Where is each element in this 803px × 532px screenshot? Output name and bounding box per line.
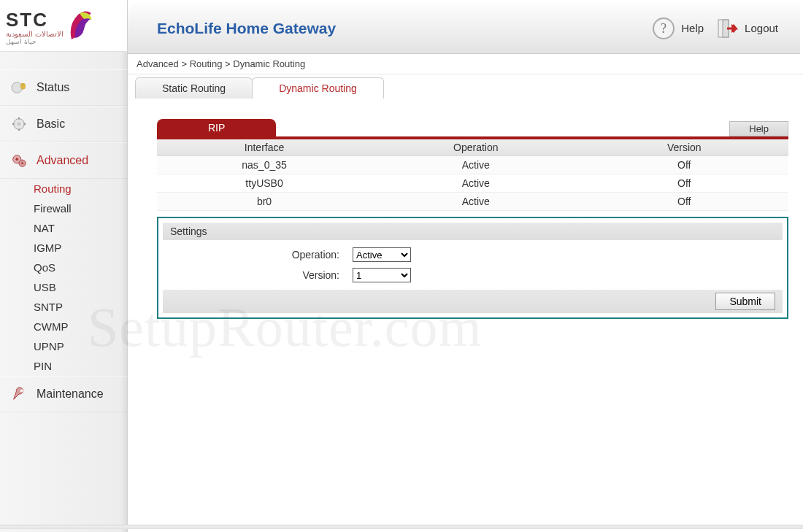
subnav-sntp[interactable]: SNTP bbox=[34, 297, 127, 317]
table-row[interactable]: br0 Active Off bbox=[157, 193, 788, 211]
logout-icon bbox=[715, 17, 739, 40]
col-operation: Operation bbox=[372, 139, 580, 156]
cell-version: Off bbox=[580, 174, 788, 193]
logout-button[interactable]: Logout bbox=[715, 17, 778, 40]
svg-text:?: ? bbox=[661, 21, 666, 36]
table-row[interactable]: nas_0_35 Active Off bbox=[157, 156, 788, 174]
operation-select[interactable]: Active bbox=[353, 247, 411, 262]
tab-static-routing[interactable]: Static Routing bbox=[135, 77, 253, 99]
settings-panel: Settings Operation: Active Version: 1 bbox=[157, 217, 788, 319]
cell-interface: br0 bbox=[157, 193, 372, 211]
subnav-usb[interactable]: USB bbox=[34, 277, 127, 297]
tab-dynamic-routing[interactable]: Dynamic Routing bbox=[252, 77, 384, 99]
context-help-button[interactable]: Help bbox=[729, 121, 788, 136]
col-version: Version bbox=[580, 139, 788, 156]
section-tabs: RIP Help bbox=[157, 119, 788, 139]
footer-divider bbox=[0, 525, 803, 529]
logo-sub2: حياة أسهل bbox=[6, 39, 64, 45]
cell-version: Off bbox=[580, 193, 788, 211]
cell-operation: Active bbox=[372, 156, 580, 174]
cell-operation: Active bbox=[372, 193, 580, 211]
row-version: Version: 1 bbox=[163, 265, 783, 285]
cell-operation: Active bbox=[372, 174, 580, 193]
table-row[interactable]: ttyUSB0 Active Off bbox=[157, 174, 788, 193]
help-button[interactable]: ? Help bbox=[652, 17, 704, 40]
section-tab-rip[interactable]: RIP bbox=[157, 119, 276, 136]
table-header-row: Interface Operation Version bbox=[157, 139, 788, 156]
operation-label: Operation: bbox=[163, 249, 353, 261]
svg-point-4 bbox=[17, 122, 21, 126]
subnav-upnp[interactable]: UPNP bbox=[34, 336, 127, 356]
subnav-igmp[interactable]: IGMP bbox=[34, 238, 127, 258]
wrench-icon bbox=[10, 385, 28, 403]
svg-point-13 bbox=[20, 390, 23, 393]
gears-icon bbox=[10, 152, 28, 169]
nav-status-label: Status bbox=[36, 81, 69, 94]
nav-advanced-label: Advanced bbox=[36, 154, 88, 167]
logout-label: Logout bbox=[745, 22, 778, 34]
header: EchoLife Home Gateway ? Help Logout bbox=[128, 3, 800, 54]
help-icon: ? bbox=[652, 17, 675, 40]
main: RIP Help Interface Operation Version nas… bbox=[128, 99, 803, 532]
version-select[interactable]: 1 bbox=[353, 268, 411, 282]
breadcrumb: Advanced > Routing > Dynamic Routing bbox=[128, 54, 803, 74]
subnav-routing[interactable]: Routing bbox=[34, 179, 127, 198]
nav: i Status Basic Advanced Routing Firewall… bbox=[0, 69, 127, 412]
help-label: Help bbox=[681, 22, 704, 34]
header-actions: ? Help Logout bbox=[652, 17, 778, 40]
settings-title: Settings bbox=[163, 223, 783, 240]
subnav-firewall[interactable]: Firewall bbox=[34, 198, 127, 218]
nav-maintenance-label: Maintenance bbox=[36, 388, 104, 401]
submit-button[interactable]: Submit bbox=[715, 293, 775, 310]
logo-brand: STC bbox=[6, 10, 64, 29]
logo-swirl-icon bbox=[68, 10, 93, 42]
col-interface: Interface bbox=[157, 139, 372, 156]
subnav-nat[interactable]: NAT bbox=[34, 218, 127, 238]
sidebar: STC الاتصالات السعودية حياة أسهل i Statu… bbox=[0, 0, 128, 532]
tabs: Static Routing Dynamic Routing bbox=[128, 74, 803, 99]
nav-status[interactable]: i Status bbox=[0, 69, 127, 106]
nav-basic-label: Basic bbox=[36, 117, 65, 131]
svg-point-12 bbox=[21, 162, 23, 164]
subnav-advanced: Routing Firewall NAT IGMP QoS USB SNTP C… bbox=[0, 179, 127, 376]
row-operation: Operation: Active bbox=[163, 244, 783, 265]
status-icon: i bbox=[10, 79, 28, 96]
subnav-pin[interactable]: PIN bbox=[34, 356, 127, 376]
page-root: STC الاتصالات السعودية حياة أسهل i Statu… bbox=[0, 0, 803, 532]
nav-maintenance[interactable]: Maintenance bbox=[0, 376, 127, 412]
subnav-cwmp[interactable]: CWMP bbox=[34, 317, 127, 336]
subnav-qos[interactable]: QoS bbox=[34, 258, 127, 277]
page-title: EchoLife Home Gateway bbox=[157, 20, 336, 37]
rip-table: Interface Operation Version nas_0_35 Act… bbox=[157, 139, 788, 211]
nav-basic[interactable]: Basic bbox=[0, 106, 127, 142]
logo-sub1: الاتصالات السعودية bbox=[6, 31, 64, 38]
cell-version: Off bbox=[580, 156, 788, 174]
gear-icon bbox=[10, 115, 28, 133]
logo: STC الاتصالات السعودية حياة أسهل bbox=[0, 0, 127, 52]
cell-interface: nas_0_35 bbox=[157, 156, 372, 174]
cell-interface: ttyUSB0 bbox=[157, 174, 372, 193]
version-label: Version: bbox=[163, 269, 353, 281]
submit-row: Submit bbox=[163, 290, 783, 313]
settings-body: Operation: Active Version: 1 bbox=[158, 240, 787, 285]
logo-text: STC الاتصالات السعودية حياة أسهل bbox=[6, 10, 64, 45]
svg-point-11 bbox=[15, 158, 18, 161]
content: EchoLife Home Gateway ? Help Logout Adva… bbox=[128, 0, 803, 532]
nav-advanced[interactable]: Advanced bbox=[0, 142, 127, 179]
